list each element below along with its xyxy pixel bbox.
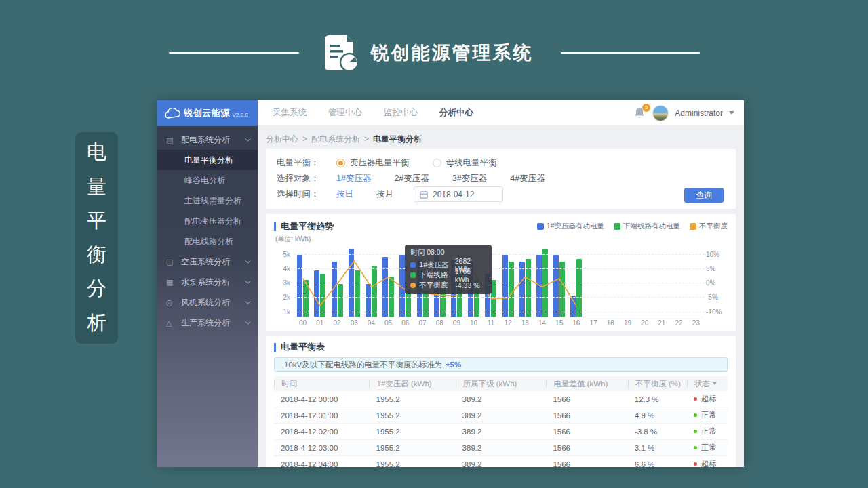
x-axis-tick: 03: [346, 319, 363, 327]
object-chip-3#变压器[interactable]: 3#变压器: [452, 173, 487, 184]
tooltip-swatch: [410, 272, 416, 278]
table-header: 电量平衡表: [274, 340, 728, 354]
chart-gridline: [294, 312, 705, 312]
chart-x-axis: 0001020304050607080910111213141516171819…: [294, 317, 705, 328]
cell: -3.8 %: [628, 428, 687, 436]
user-name: Administrator: [675, 108, 723, 118]
x-axis-tick: 04: [363, 319, 380, 327]
column-header-电量差值 (kWh): 电量差值 (kWh): [546, 380, 627, 388]
object-chip-4#变压器[interactable]: 4#变压器: [510, 173, 545, 184]
sidebar-group-生产系统分析[interactable]: △生产系统分析: [157, 312, 258, 333]
cell: 2018-4-12 03:00: [274, 444, 369, 452]
vertical-label-char: 析: [87, 310, 106, 337]
time-mode-按日[interactable]: 按日: [336, 188, 353, 200]
y-axis-right-tick: 10%: [706, 250, 726, 258]
app-logo: 锐创云能源 V2.0.0: [157, 100, 258, 126]
status-label: 超标: [701, 459, 717, 467]
x-axis-tick: 22: [670, 319, 687, 327]
date-value: 2018-04-12: [433, 190, 474, 199]
object-chip-2#变压器[interactable]: 2#变压器: [394, 173, 429, 184]
chevron-down-icon: [245, 298, 250, 304]
status-dot-normal: [694, 413, 697, 417]
vertical-label-char: 平: [87, 207, 106, 235]
legend-item-1#变压器有功电量[interactable]: 1#变压器有功电量: [537, 222, 604, 231]
column-header-label: 1#变压器 (kWh): [376, 380, 431, 388]
legend-label: 1#变压器有功电量: [547, 222, 604, 231]
column-header-label: 所属下级 (kWh): [463, 380, 517, 388]
tooltip-row-不平衡度: 不平衡度-4.33 %: [410, 280, 486, 290]
vertical-label-char: 衡: [87, 241, 106, 268]
radio-母线电量平衡[interactable]: 母线电量平衡: [433, 157, 497, 169]
column-header-时间: 时间: [274, 380, 369, 388]
sidebar-item-配电变压器分析[interactable]: 配电变压器分析: [157, 211, 258, 231]
sidebar-group-水泵系统分析[interactable]: ▦水泵系统分析: [157, 272, 258, 292]
table-row: 2018-4-12 02:001955.2389.21566-3.8 %正常: [274, 424, 728, 440]
topbar-right: 5 Administrator: [634, 105, 744, 121]
x-axis-tick: 06: [397, 319, 414, 327]
x-axis-tick: 16: [568, 319, 585, 327]
page-header: 锐创能源管理系统: [0, 31, 868, 75]
x-axis-tick: 09: [448, 319, 465, 327]
balance-trend-chart: 时间 08:00 1#变压器2682 kWh下端线路1766 kWh不平衡度-4…: [294, 247, 705, 328]
notice-highlight: ±5%: [446, 361, 461, 369]
legend-swatch: [614, 223, 620, 230]
cell: 389.2: [456, 428, 547, 436]
breadcrumb-item[interactable]: 分析中心: [266, 134, 298, 145]
chart-unit-label: (单位: kWh): [275, 235, 728, 244]
notification-bell-icon[interactable]: 5: [634, 107, 646, 119]
object-chip-1#变压器[interactable]: 1#变压器: [336, 173, 371, 184]
time-row: 选择时间： 按日按月 2018-04-12: [277, 187, 725, 201]
x-axis-tick: 07: [414, 319, 431, 327]
sidebar-item-电量平衡分析[interactable]: 电量平衡分析: [157, 150, 258, 170]
column-header-label: 不平衡度 (%): [635, 380, 681, 388]
date-input[interactable]: 2018-04-12: [414, 186, 503, 202]
edit-icon: ▢: [166, 258, 176, 266]
y-axis-left-tick: 2k: [274, 293, 290, 301]
status-cell: 正常: [687, 443, 728, 453]
cell: 1955.2: [369, 428, 455, 436]
app-logo-name: 锐创云能源: [184, 107, 230, 119]
sort-caret-icon[interactable]: [713, 382, 717, 385]
sidebar: 锐创云能源 V2.0.0 ▤配电系统分析电量平衡分析峰谷电分析主进线需量分析配电…: [157, 100, 258, 467]
user-menu-caret-icon[interactable]: [729, 111, 734, 115]
y-axis-right-tick: -5%: [706, 293, 726, 301]
x-axis-tick: 02: [328, 319, 345, 327]
time-mode-按月[interactable]: 按月: [376, 188, 393, 200]
sidebar-group-空压系统分析[interactable]: ▢空压系统分析: [157, 251, 258, 272]
sidebar-group-风机系统分析[interactable]: ◎风机系统分析: [157, 292, 258, 312]
legend-item-不平衡度[interactable]: 不平衡度: [690, 222, 728, 231]
cell: 389.2: [456, 444, 547, 452]
section-tick: [274, 222, 276, 231]
cell: 6.6 %: [628, 460, 687, 468]
status-label: 超标: [701, 394, 717, 404]
cell: 1955.2: [369, 395, 455, 403]
sidebar-item-配电线路分析[interactable]: 配电线路分析: [157, 231, 258, 251]
topnav-item-采集系统[interactable]: 采集系统: [273, 107, 307, 119]
cell: 2018-4-12 04:00: [274, 460, 369, 468]
status-cell: 正常: [687, 410, 728, 420]
legend-label: 不平衡度: [699, 222, 728, 231]
breadcrumb: 分析中心>配电系统分析>电量平衡分析: [266, 131, 736, 146]
sidebar-item-主进线需量分析[interactable]: 主进线需量分析: [157, 190, 258, 211]
user-avatar[interactable]: [652, 105, 669, 121]
x-axis-tick: 12: [499, 319, 516, 327]
radio-变压器电量平衡[interactable]: 变压器电量平衡: [336, 157, 410, 169]
topnav-item-分析中心[interactable]: 分析中心: [439, 107, 473, 119]
x-axis-tick: 11: [482, 319, 499, 327]
sidebar-item-峰谷电分析[interactable]: 峰谷电分析: [157, 170, 258, 190]
topnav-item-管理中心[interactable]: 管理中心: [328, 107, 362, 119]
top-nav-items: 采集系统管理中心监控中心分析中心: [258, 107, 473, 119]
sidebar-group-配电系统分析[interactable]: ▤配电系统分析: [157, 129, 258, 150]
cell: 1566: [546, 411, 627, 420]
table-body: 2018-4-12 00:001955.2389.2156612.3 %超标20…: [274, 391, 728, 467]
sidebar-group-label: 生产系统分析: [181, 317, 230, 329]
y-axis-right-tick: -10%: [706, 308, 726, 315]
legend-item-下端线路有功电量[interactable]: 下端线路有功电量: [614, 222, 680, 231]
radio-label: 变压器电量平衡: [350, 157, 410, 169]
cell: 389.2: [456, 395, 547, 403]
breadcrumb-item[interactable]: 配电系统分析: [311, 134, 360, 145]
query-button[interactable]: 查询: [684, 188, 724, 203]
balance-type-row: 电量平衡： 变压器电量平衡母线电量平衡: [277, 156, 725, 170]
x-axis-tick: 21: [653, 319, 670, 327]
topnav-item-监控中心[interactable]: 监控中心: [384, 107, 418, 119]
